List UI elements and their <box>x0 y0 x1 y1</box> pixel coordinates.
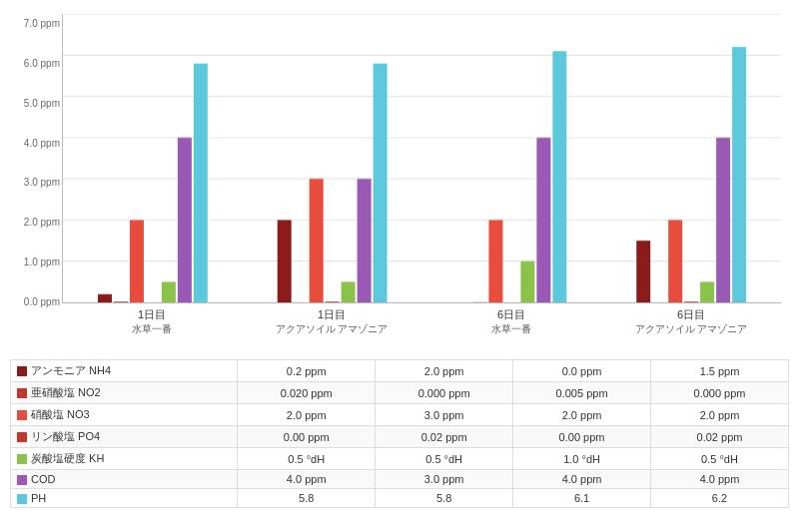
row-label: COD <box>11 470 238 489</box>
row-value: 0.2 ppm <box>238 360 376 382</box>
x-axis-label: 6日目アクアソイル アマゾニア <box>601 307 781 336</box>
row-value: 2.0 ppm <box>376 360 513 382</box>
y-axis-label: 6.0 ppm <box>10 58 60 69</box>
row-value: 0.5 °dH <box>376 448 513 470</box>
table-row: COD4.0 ppm3.0 ppm4.0 ppm4.0 ppm <box>11 470 789 489</box>
table-area: アンモニア NH40.2 ppm2.0 ppm0.0 ppm1.5 ppm亜硝酸… <box>10 359 789 524</box>
row-value: 2.0 ppm <box>513 404 651 426</box>
row-label: リン酸塩 PO4 <box>11 426 238 448</box>
x-axis-label: 1日目水草一番 <box>62 307 242 336</box>
row-label: 炭酸塩硬度 KH <box>11 448 238 470</box>
row-value: 0.005 ppm <box>513 382 651 404</box>
table-row: 亜硝酸塩 NO20.020 ppm0.000 ppm0.005 ppm0.000… <box>11 382 789 404</box>
row-value: 0.00 ppm <box>238 426 376 448</box>
table-row: PH5.85.86.16.2 <box>11 489 789 508</box>
table-row: アンモニア NH40.2 ppm2.0 ppm0.0 ppm1.5 ppm <box>11 360 789 382</box>
chart-area <box>62 14 781 303</box>
row-value: 2.0 ppm <box>651 404 789 426</box>
row-value: 4.0 ppm <box>513 470 651 489</box>
row-value: 6.1 <box>513 489 651 508</box>
row-value: 0.02 ppm <box>651 426 789 448</box>
y-axis-label: 2.0 ppm <box>10 217 60 228</box>
table-row: 炭酸塩硬度 KH0.5 °dH0.5 °dH1.0 °dH0.5 °dH <box>11 448 789 470</box>
row-value: 0.5 °dH <box>651 448 789 470</box>
table-row: 硝酸塩 NO32.0 ppm3.0 ppm2.0 ppm2.0 ppm <box>11 404 789 426</box>
row-value: 0.020 ppm <box>238 382 376 404</box>
x-axis-label: 6日目水草一番 <box>421 307 601 336</box>
row-value: 0.0 ppm <box>513 360 651 382</box>
row-value: 5.8 <box>238 489 376 508</box>
y-axis: 0.0 ppm1.0 ppm2.0 ppm3.0 ppm4.0 ppm5.0 p… <box>10 18 60 307</box>
row-value: 4.0 ppm <box>651 470 789 489</box>
row-value: 3.0 ppm <box>376 470 513 489</box>
row-value: 0.5 °dH <box>238 448 376 470</box>
y-axis-label: 4.0 ppm <box>10 138 60 149</box>
y-axis-label: 1.0 ppm <box>10 257 60 267</box>
row-label: アンモニア NH4 <box>11 360 238 382</box>
data-table: アンモニア NH40.2 ppm2.0 ppm0.0 ppm1.5 ppm亜硝酸… <box>10 359 789 508</box>
row-value: 4.0 ppm <box>238 470 376 489</box>
row-label: PH <box>11 489 238 508</box>
row-value: 0.000 ppm <box>651 382 789 404</box>
row-value: 0.000 ppm <box>376 382 513 404</box>
y-axis-label: 0.0 ppm <box>10 296 60 307</box>
row-value: 3.0 ppm <box>376 404 513 426</box>
row-value: 6.2 <box>651 489 789 508</box>
row-label: 亜硝酸塩 NO2 <box>11 382 238 404</box>
row-value: 2.0 ppm <box>238 404 376 426</box>
y-axis-label: 3.0 ppm <box>10 177 60 188</box>
row-label: 硝酸塩 NO3 <box>11 404 238 426</box>
row-value: 1.0 °dH <box>513 448 651 470</box>
row-value: 5.8 <box>376 489 513 508</box>
row-value: 0.00 ppm <box>513 426 651 448</box>
y-axis-label: 5.0 ppm <box>10 98 60 109</box>
table-row: リン酸塩 PO40.00 ppm0.02 ppm0.00 ppm0.02 ppm <box>11 426 789 448</box>
row-value: 1.5 ppm <box>651 360 789 382</box>
row-value: 0.02 ppm <box>376 426 513 448</box>
x-axis-label: 1日目アクアソイル アマゾニア <box>242 307 421 336</box>
y-axis-label: 7.0 ppm <box>10 18 60 29</box>
x-labels: 1日目水草一番1日目アクアソイル アマゾニア6日目水草一番6日目アクアソイル ア… <box>62 307 781 336</box>
